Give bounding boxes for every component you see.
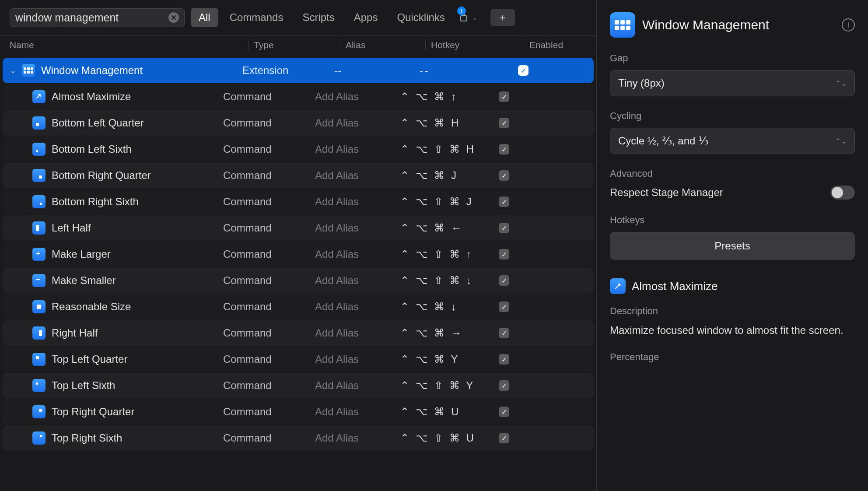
table-row[interactable]: Top Left SixthCommandAdd Alias⌃ ⌥ ⇧ ⌘ Y✓: [3, 373, 594, 398]
check-icon: ✓: [499, 302, 509, 312]
row-enabled-checkbox[interactable]: ✓: [499, 275, 587, 286]
add-alias-button[interactable]: Add Alias: [315, 406, 400, 418]
add-alias-button[interactable]: Add Alias: [315, 143, 400, 155]
tab-quicklinks[interactable]: Quicklinks: [389, 8, 452, 27]
table-row[interactable]: Reasonable SizeCommandAdd Alias⌃ ⌥ ⌘ ↓✓: [3, 294, 594, 319]
table-row[interactable]: Right HalfCommandAdd Alias⌃ ⌥ ⌘ →✓: [3, 320, 594, 346]
tab-commands[interactable]: Commands: [222, 8, 291, 27]
extension-row[interactable]: ⌄ Window Management Extension -- -- ✓: [3, 58, 594, 83]
row-hotkey[interactable]: ⌃ ⌥ ⌘ →: [400, 327, 499, 339]
row-type: Command: [223, 169, 315, 182]
row-enabled[interactable]: ✓: [518, 65, 587, 76]
row-hotkey[interactable]: ⌃ ⌥ ⌘ ↓: [400, 301, 499, 313]
table-row[interactable]: Top Right QuarterCommandAdd Alias⌃ ⌥ ⌘ U…: [3, 399, 594, 424]
add-alias-button[interactable]: Add Alias: [315, 91, 400, 103]
selected-command-title: Almost Maximize: [632, 280, 718, 293]
row-type: Command: [223, 301, 315, 313]
row-enabled-checkbox[interactable]: ✓: [499, 144, 587, 154]
row-hotkey[interactable]: ⌃ ⌥ ⇧ ⌘ ↑: [400, 248, 499, 260]
row-enabled-checkbox[interactable]: ✓: [499, 249, 587, 260]
row-hotkey[interactable]: ⌃ ⌥ ⇧ ⌘ U: [400, 432, 499, 444]
cycling-select[interactable]: Cycle ½, ⅔, and ⅓ ⌃⌄: [610, 128, 855, 154]
presets-button[interactable]: Presets: [610, 232, 855, 260]
tab-apps[interactable]: Apps: [346, 8, 386, 27]
row-enabled-checkbox[interactable]: ✓: [499, 170, 587, 181]
row-hotkey[interactable]: ⌃ ⌥ ⇧ ⌘ J: [400, 196, 499, 208]
add-alias-button[interactable]: Add Alias: [315, 248, 400, 260]
row-enabled-checkbox[interactable]: ✓: [499, 380, 587, 391]
chevron-down-icon[interactable]: ⌄: [10, 66, 19, 75]
add-alias-button[interactable]: Add Alias: [315, 432, 400, 444]
detail-panel: Window Management i Gap Tiny (8px) ⌃⌄ Cy…: [597, 0, 868, 491]
add-alias-button[interactable]: Add Alias: [315, 327, 400, 339]
gap-select[interactable]: Tiny (8px) ⌃⌄: [610, 70, 855, 96]
col-type[interactable]: Type: [248, 40, 340, 50]
search-field[interactable]: [10, 8, 185, 27]
info-icon[interactable]: i: [842, 18, 855, 32]
row-hotkey[interactable]: ⌃ ⌥ ⇧ ⌘ Y: [400, 379, 499, 392]
row-enabled-checkbox[interactable]: ✓: [499, 302, 587, 312]
add-alias-button[interactable]: Add Alias: [315, 379, 400, 392]
add-alias-button[interactable]: Add Alias: [315, 222, 400, 234]
add-alias-button[interactable]: Add Alias: [315, 301, 400, 313]
table-row[interactable]: Left HalfCommandAdd Alias⌃ ⌥ ⌘ ←✓: [3, 215, 594, 241]
description-label: Description: [610, 305, 855, 317]
table-row[interactable]: Bottom Right QuarterCommandAdd Alias⌃ ⌥ …: [3, 163, 594, 188]
add-button[interactable]: ＋: [490, 9, 515, 26]
store-badge: 1: [457, 7, 466, 15]
table-row[interactable]: Bottom Right SixthCommandAdd Alias⌃ ⌥ ⇧ …: [3, 189, 594, 214]
col-enabled[interactable]: Enabled: [524, 40, 587, 50]
table-row[interactable]: Almost MaximizeCommandAdd Alias⌃ ⌥ ⌘ ↑✓: [3, 84, 594, 109]
add-alias-button[interactable]: Add Alias: [315, 117, 400, 129]
add-alias-button[interactable]: Add Alias: [315, 274, 400, 287]
table-row[interactable]: Bottom Left QuarterCommandAdd Alias⌃ ⌥ ⌘…: [3, 110, 594, 136]
row-hotkey[interactable]: ⌃ ⌥ ⌘ Y: [400, 353, 499, 365]
row-hotkey[interactable]: ⌃ ⌥ ⌘ U: [400, 406, 499, 418]
store-button[interactable]: 1 ⌄: [459, 8, 477, 27]
row-enabled-checkbox[interactable]: ✓: [499, 407, 587, 417]
row-enabled-checkbox[interactable]: ✓: [499, 433, 587, 443]
svg-rect-10: [39, 330, 42, 336]
row-hotkey[interactable]: ⌃ ⌥ ⌘ J: [400, 169, 499, 182]
plus-icon: ＋: [498, 12, 508, 23]
row-hotkey[interactable]: --: [420, 64, 518, 77]
add-alias-button[interactable]: Add Alias: [315, 196, 400, 208]
add-alias-button[interactable]: Add Alias: [315, 169, 400, 182]
search-input[interactable]: [15, 11, 168, 24]
advanced-label: Advanced: [610, 168, 855, 179]
row-hotkey[interactable]: ⌃ ⌥ ⇧ ⌘ H: [400, 143, 499, 155]
svg-rect-9: [37, 305, 41, 309]
check-icon: ✓: [499, 223, 509, 233]
col-name[interactable]: Name: [10, 40, 248, 50]
col-hotkey[interactable]: Hotkey: [425, 40, 524, 50]
row-alias[interactable]: --: [334, 64, 420, 77]
row-enabled-checkbox[interactable]: ✓: [499, 118, 587, 128]
row-enabled-checkbox[interactable]: ✓: [499, 196, 587, 207]
stage-manager-toggle[interactable]: [830, 186, 855, 200]
table-row[interactable]: Top Left QuarterCommandAdd Alias⌃ ⌥ ⌘ Y✓: [3, 347, 594, 372]
chevron-updown-icon: ⌃⌄: [835, 79, 847, 88]
row-enabled-checkbox[interactable]: ✓: [499, 223, 587, 233]
row-enabled-checkbox[interactable]: ✓: [499, 328, 587, 338]
add-alias-button[interactable]: Add Alias: [315, 353, 400, 365]
svg-rect-2: [36, 150, 38, 152]
table-row[interactable]: Top Right SixthCommandAdd Alias⌃ ⌥ ⇧ ⌘ U…: [3, 425, 594, 451]
row-hotkey[interactable]: ⌃ ⌥ ⌘ ↑: [400, 91, 499, 103]
table-row[interactable]: Bottom Left SixthCommandAdd Alias⌃ ⌥ ⇧ ⌘…: [3, 137, 594, 162]
tab-scripts[interactable]: Scripts: [294, 8, 342, 27]
row-hotkey[interactable]: ⌃ ⌥ ⌘ ←: [400, 222, 499, 234]
row-name: Right Half: [32, 326, 223, 340]
row-enabled-checkbox[interactable]: ✓: [499, 91, 587, 102]
svg-rect-13: [39, 409, 42, 412]
row-hotkey[interactable]: ⌃ ⌥ ⇧ ⌘ ↓: [400, 274, 499, 287]
row-type: Command: [223, 196, 315, 208]
row-name: Top Right Sixth: [32, 431, 223, 445]
col-alias[interactable]: Alias: [340, 40, 425, 50]
row-enabled-checkbox[interactable]: ✓: [499, 354, 587, 365]
table-row[interactable]: Make SmallerCommandAdd Alias⌃ ⌥ ⇧ ⌘ ↓✓: [3, 268, 594, 293]
clear-search-button[interactable]: [168, 12, 179, 23]
row-hotkey[interactable]: ⌃ ⌥ ⌘ H: [400, 117, 499, 129]
row-type: Command: [223, 143, 315, 155]
table-row[interactable]: Make LargerCommandAdd Alias⌃ ⌥ ⇧ ⌘ ↑✓: [3, 242, 594, 267]
tab-all[interactable]: All: [191, 8, 218, 27]
